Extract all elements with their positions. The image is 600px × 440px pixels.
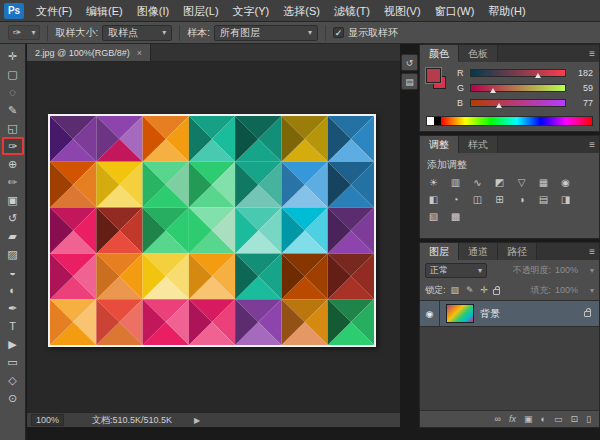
menu-item[interactable]: 选择(S) [276,0,327,22]
panel-menu-icon[interactable]: ≡ [589,45,595,62]
adjustment-gradient-map-icon[interactable]: ▧ [427,210,440,223]
adjustment-posterize-icon[interactable]: ▤ [537,193,550,206]
lock-all-icon[interactable] [493,289,500,295]
spectrum-rainbow[interactable] [441,117,592,125]
adjustment-black-white-icon[interactable]: ◧ [427,193,440,206]
rectangular-marquee-tool[interactable]: ▢ [2,65,24,83]
fill-value[interactable]: 100% [555,285,578,295]
lock-image-icon[interactable]: ✎ [465,285,475,295]
layer-thumbnail[interactable] [446,304,474,323]
blur-tool[interactable]: ◒ [2,263,24,281]
spectrum-black-chip[interactable] [434,117,441,125]
link-layers-button[interactable]: ∞ [495,414,501,424]
menu-item[interactable]: 文件(F) [29,0,79,22]
channel-slider-track[interactable] [470,69,566,77]
color-spectrum-bar[interactable] [426,116,593,126]
sample-layers-dropdown[interactable]: 所有图层 ▾ [214,25,318,41]
menu-item[interactable]: 图层(L) [176,0,225,22]
eyedropper-tool[interactable]: ✑ [2,137,24,155]
quick-selection-tool[interactable]: ✎ [2,101,24,119]
adjustment-curves-icon[interactable]: ∿ [471,176,484,189]
spectrum-white-chip[interactable] [427,117,434,125]
menu-item[interactable]: 文字(Y) [226,0,277,22]
tab-color[interactable]: 颜色 [420,45,459,62]
new-layer-button[interactable]: ⊡ [571,414,579,424]
adjustment-brightness-contrast-icon[interactable]: ☀ [427,176,440,189]
status-options-arrow-icon[interactable]: ▶ [194,416,200,425]
menu-item[interactable]: 窗口(W) [428,0,482,22]
adjustment-invert-icon[interactable]: ◑ [515,193,528,206]
menu-item[interactable]: 视图(V) [377,0,428,22]
channel-value[interactable]: 182 [571,68,593,78]
clone-stamp-tool[interactable]: ▣ [2,191,24,209]
crop-tool[interactable]: ◱ [2,119,24,137]
adjustment-color-lookup-icon[interactable]: ⊞ [493,193,506,206]
close-icon[interactable]: × [137,48,142,58]
adjustment-color-balance-icon[interactable]: ◉ [559,176,572,189]
menu-item[interactable]: 滤镜(T) [327,0,377,22]
tab-paths[interactable]: 路径 [498,243,537,260]
tab-swatches[interactable]: 色板 [459,45,498,62]
layer-visibility-toggle[interactable]: ◉ [420,301,440,327]
channel-value[interactable]: 77 [571,98,593,108]
menu-item[interactable]: 帮助(H) [481,0,532,22]
tab-styles[interactable]: 样式 [459,136,498,153]
eraser-tool[interactable]: ▰ [2,227,24,245]
layer-style-button[interactable]: fx [509,414,516,424]
channel-slider-track[interactable] [470,84,566,92]
zoom-tool[interactable]: ⊙ [2,389,24,407]
collapsed-panel-history-icon[interactable]: ↺ [401,54,418,71]
adjustment-threshold-icon[interactable]: ◨ [559,193,572,206]
channel-value[interactable]: 59 [571,83,593,93]
tool-preset-picker[interactable]: ✑ ▾ [8,25,40,40]
adjustment-exposure-icon[interactable]: ◩ [493,176,506,189]
slider-handle[interactable] [496,103,502,108]
layer-row-background[interactable]: ◉ 背景 [420,301,599,327]
tab-adjustments[interactable]: 调整 [420,136,459,153]
rectangle-shape-tool[interactable]: ▭ [2,353,24,371]
adjustment-vibrance-icon[interactable]: ▽ [515,176,528,189]
channel-slider-track[interactable] [470,99,566,107]
canvas-image[interactable] [48,114,376,347]
adjustment-channel-mixer-icon[interactable]: ◫ [471,193,484,206]
adjustment-levels-icon[interactable]: ▥ [449,176,462,189]
lock-transparency-icon[interactable]: ▨ [450,285,461,295]
lock-position-icon[interactable]: ✛ [480,285,490,295]
spot-healing-brush-tool[interactable]: ⊕ [2,155,24,173]
gradient-tool[interactable]: ▨ [2,245,24,263]
move-tool[interactable]: ✛ [2,47,24,65]
tab-channels[interactable]: 通道 [459,243,498,260]
history-brush-tool[interactable]: ↺ [2,209,24,227]
zoom-level-field[interactable]: 100% [31,414,64,426]
adjustment-selective-color-icon[interactable]: ▩ [449,210,462,223]
sample-size-dropdown[interactable]: 取样点 ▾ [102,25,172,41]
blend-mode-dropdown[interactable]: 正常 ▾ [425,263,487,278]
delete-layer-button[interactable]: ▯ [586,414,591,424]
dodge-tool[interactable]: ◐ [2,281,24,299]
adjustment-hue-saturation-icon[interactable]: ▦ [537,176,550,189]
foreground-color-swatch[interactable] [426,68,441,83]
horizontal-type-tool[interactable]: T [2,317,24,335]
menu-item[interactable]: 图像(I) [130,0,176,22]
panel-menu-icon[interactable]: ≡ [589,243,595,260]
hand-tool[interactable]: ◇ [2,371,24,389]
document-tab[interactable]: 2.jpg @ 100%(RGB/8#) × [27,44,151,61]
tab-layers[interactable]: 图层 [420,243,459,260]
pen-tool[interactable]: ✒ [2,299,24,317]
collapsed-panel-properties-icon[interactable]: ▤ [401,73,418,90]
path-selection-tool[interactable]: ▶ [2,335,24,353]
panel-menu-icon[interactable]: ≡ [589,136,595,153]
lasso-tool[interactable]: ◌ [2,83,24,101]
divider [179,25,180,41]
canvas[interactable] [27,62,400,412]
adjustment-photo-filter-icon[interactable]: ◔ [449,193,462,206]
slider-handle[interactable] [490,88,496,93]
add-mask-button[interactable]: ▣ [524,414,533,424]
show-sampling-ring-checkbox[interactable]: ✓ [333,27,344,38]
slider-handle[interactable] [535,73,541,78]
brush-tool[interactable]: ✏ [2,173,24,191]
new-group-button[interactable]: ▭ [554,414,563,424]
new-adjustment-button[interactable]: ◐ [541,414,546,424]
menu-item[interactable]: 编辑(E) [79,0,130,22]
opacity-value[interactable]: 100% [555,265,578,275]
